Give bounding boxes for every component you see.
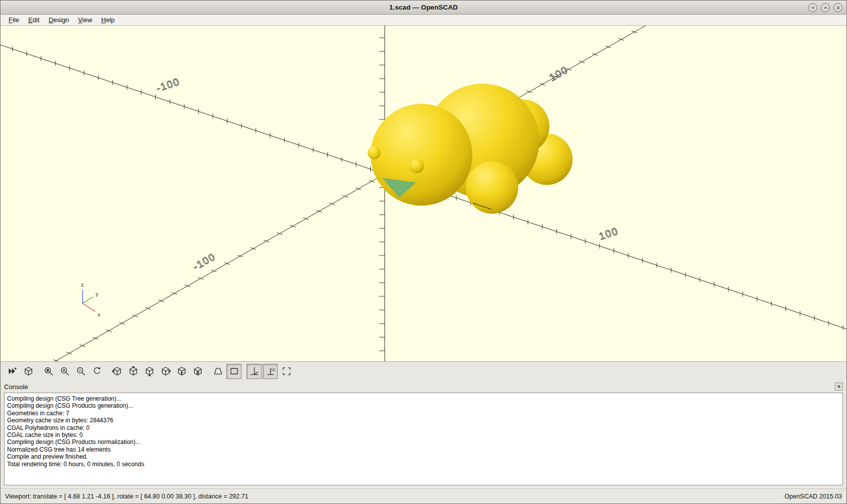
window-maximize-button[interactable] xyxy=(821,3,830,12)
console-line: Total rendering time: 0 hours, 0 minutes… xyxy=(7,461,840,468)
axis-scale-label: -100 xyxy=(191,250,218,272)
gizmo-y-axis xyxy=(83,297,93,303)
view-right-icon xyxy=(112,366,123,376)
reset-view-button[interactable] xyxy=(89,364,104,379)
console-line: Geometry cache size in bytes: 2844376 xyxy=(7,417,840,424)
console-header: Console xyxy=(1,381,846,393)
model-sphere xyxy=(409,158,424,173)
view-back-icon xyxy=(193,366,203,376)
window-controls xyxy=(808,3,842,12)
gizmo-axis-label: y xyxy=(96,291,98,297)
console-line: Compile and preview finished. xyxy=(7,453,840,460)
show-scale-markers-button[interactable]: 10 xyxy=(263,364,278,379)
console-line: Compiling design (CSG Products normaliza… xyxy=(7,438,840,446)
console-line: CGAL cache size in bytes: 0 xyxy=(7,431,840,438)
toolbar-group xyxy=(5,364,36,379)
render-button[interactable] xyxy=(21,364,36,379)
view-perspective-icon xyxy=(213,366,223,376)
console-output[interactable]: Compiling design (CSG Tree generation)..… xyxy=(4,393,843,485)
axis-scale-label: -100 xyxy=(155,76,181,94)
model-sphere xyxy=(371,104,472,206)
console-line: Geometries in cache: 7 xyxy=(7,410,840,417)
zoom-out-button[interactable] xyxy=(73,364,88,379)
preview-button[interactable] xyxy=(5,364,20,379)
menu-help[interactable]: Help xyxy=(97,15,119,25)
console-line: Compiling design (CSG Tree generation)..… xyxy=(7,395,840,402)
statusbar: Viewport: translate = [ 4.68 1.21 -4.16 … xyxy=(1,488,846,503)
orientation-gizmo: zyx xyxy=(81,282,100,318)
show-axes-icon xyxy=(249,366,260,376)
console-line: Normalized CSG tree has 14 elements xyxy=(7,446,840,453)
close-icon xyxy=(836,384,841,389)
window-close-button[interactable] xyxy=(833,3,842,12)
viewport-3d[interactable]: -100100100-100zyx xyxy=(1,26,846,361)
model xyxy=(368,84,573,214)
viewport-status-text: Viewport: translate = [ 4.68 1.21 -4.16 … xyxy=(5,493,784,500)
window-shade-button[interactable] xyxy=(808,3,817,12)
toolbar-group xyxy=(210,364,241,379)
view-orthogonal-icon xyxy=(229,366,239,376)
model-sphere xyxy=(466,161,518,214)
view-bottom-button[interactable] xyxy=(142,364,157,379)
toolbar-group: 10 xyxy=(247,364,294,379)
console-title: Console xyxy=(4,383,835,391)
show-crosshairs-icon xyxy=(281,366,292,376)
preview-icon xyxy=(7,366,18,376)
window-title: 1.scad — OpenSCAD xyxy=(1,4,846,11)
show-scale-markers-icon: 10 xyxy=(265,366,276,376)
console-line: Compiling design (CSG Products generatio… xyxy=(7,402,840,409)
menu-file[interactable]: File xyxy=(5,15,23,25)
titlebar[interactable]: 1.scad — OpenSCAD xyxy=(1,1,846,15)
openscad-window: 1.scad — OpenSCAD File Edit Design View … xyxy=(0,0,847,504)
version-label: OpenSCAD 2015.03 xyxy=(784,493,842,500)
view-bottom-icon xyxy=(144,366,155,376)
axis-scale-label: 100 xyxy=(548,64,570,84)
view-top-icon xyxy=(128,366,139,376)
gizmo-axis-label: z xyxy=(81,282,84,288)
view-right-button[interactable] xyxy=(109,364,125,379)
zoom-all-button[interactable] xyxy=(41,364,56,379)
chevron-up-icon xyxy=(823,5,828,11)
toolbar-group xyxy=(109,364,205,379)
render-icon xyxy=(23,366,34,376)
svg-text:10: 10 xyxy=(271,367,275,372)
zoom-out-icon xyxy=(76,366,86,376)
menu-view[interactable]: View xyxy=(74,15,96,25)
view-orthogonal-button[interactable] xyxy=(226,364,241,379)
axis-scale-label: 100 xyxy=(597,225,620,242)
view-left-icon xyxy=(160,366,171,376)
zoom-in-button[interactable] xyxy=(57,364,72,379)
toolbar-group xyxy=(41,364,104,379)
reset-view-icon xyxy=(92,366,102,376)
close-icon xyxy=(835,5,841,11)
gizmo-x-axis xyxy=(83,303,95,311)
view-toolbar: 10 xyxy=(1,361,846,381)
chevron-down-icon xyxy=(810,5,816,11)
view-top-button[interactable] xyxy=(126,364,141,379)
view-left-button[interactable] xyxy=(158,364,173,379)
show-axes-button[interactable] xyxy=(247,364,262,379)
view-back-button[interactable] xyxy=(190,364,205,379)
zoom-all-icon xyxy=(43,366,54,376)
console-close-button[interactable] xyxy=(835,383,843,391)
view-front-icon xyxy=(176,366,187,376)
menubar: File Edit Design View Help xyxy=(1,15,846,26)
model-sphere xyxy=(368,146,381,159)
view-perspective-button[interactable] xyxy=(210,364,225,379)
view-front-button[interactable] xyxy=(174,364,189,379)
zoom-in-icon xyxy=(59,366,70,376)
gizmo-axis-label: x xyxy=(98,312,100,318)
console-line: CGAL Polyhedrons in cache: 0 xyxy=(7,424,840,431)
menu-design[interactable]: Design xyxy=(44,15,73,25)
show-crosshairs-button[interactable] xyxy=(279,364,294,379)
viewport-canvas[interactable]: -100100100-100zyx xyxy=(1,26,846,361)
menu-edit[interactable]: Edit xyxy=(24,15,43,25)
